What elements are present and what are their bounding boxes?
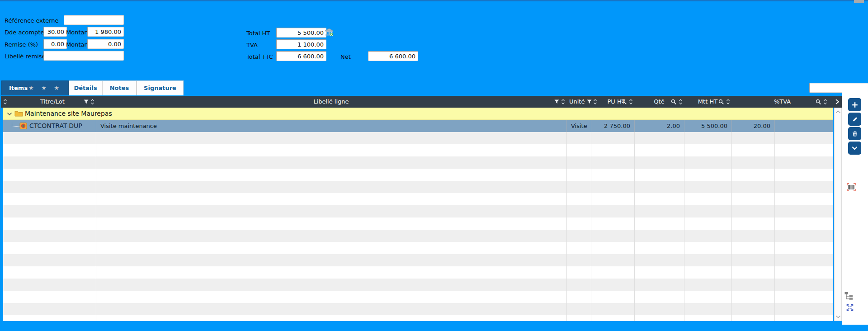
table-empty-row[interactable]: [3, 303, 833, 315]
hierarchy-view-icon[interactable]: [844, 291, 853, 300]
libelle-remise-input[interactable]: [43, 51, 124, 61]
more-actions-button[interactable]: [848, 142, 861, 155]
tab-details[interactable]: Détails: [69, 80, 102, 95]
search-icon[interactable]: [621, 99, 627, 105]
table-empty-row[interactable]: [3, 205, 833, 218]
sort-icon[interactable]: [726, 99, 730, 105]
favorite-stars-icon[interactable]: ★ ★ ★: [28, 81, 62, 95]
group-row-label: Maintenance site Maurepas: [25, 108, 112, 120]
column-header-mtt-ht[interactable]: Mtt HT: [684, 96, 731, 108]
remise-montant-input[interactable]: [87, 39, 124, 49]
edit-line-button[interactable]: [848, 113, 861, 126]
table-empty-row[interactable]: [3, 291, 833, 303]
table-empty-row[interactable]: [3, 218, 833, 230]
barcode-scan-icon[interactable]: [846, 183, 856, 192]
column-header-pu-ht[interactable]: PU HT: [598, 96, 634, 108]
table-empty-row[interactable]: [3, 193, 833, 205]
sort-icon[interactable]: [90, 99, 94, 105]
sort-icon[interactable]: [823, 99, 827, 105]
scroll-columns-right-icon[interactable]: [834, 98, 840, 105]
libelle-remise-label: Libellé remise: [5, 52, 46, 61]
filter-icon[interactable]: [84, 99, 89, 104]
dde-montant-label: Montant: [66, 28, 90, 37]
window-control-fragment: [854, 0, 864, 3]
window-top-edge: [0, 0, 868, 1]
vertical-scrollbar[interactable]: [834, 108, 842, 321]
remise-input[interactable]: [43, 39, 67, 49]
filter-icon[interactable]: [554, 99, 559, 104]
sort-icon[interactable]: [629, 99, 633, 105]
table-empty-row[interactable]: [3, 279, 833, 291]
table-empty-area[interactable]: [3, 132, 833, 321]
cell-qte: 2.00: [634, 120, 684, 132]
column-label: Libellé ligne: [96, 96, 566, 108]
sort-icon[interactable]: [3, 99, 7, 105]
net-input[interactable]: [368, 51, 418, 61]
tva-label: TVA: [246, 41, 258, 50]
total-ht-input[interactable]: [276, 28, 326, 38]
sort-icon[interactable]: [561, 99, 565, 105]
table-group-row[interactable]: Maintenance site Maurepas: [3, 108, 833, 120]
column-label: Titre/Lot: [9, 96, 96, 108]
column-gridline: [774, 132, 775, 321]
column-header-pct-tva[interactable]: %TVA: [731, 96, 833, 108]
table-empty-row[interactable]: [3, 230, 833, 242]
net-label: Net: [340, 52, 351, 61]
cell-pu-ht: 2 750.00: [591, 120, 634, 132]
tab-items-label: Items: [9, 85, 28, 91]
column-header-unite[interactable]: Unité: [566, 96, 598, 108]
sort-icon[interactable]: [593, 99, 597, 105]
table-empty-row[interactable]: [3, 242, 833, 254]
grid-search-input[interactable]: [809, 83, 868, 93]
table-empty-row[interactable]: [3, 254, 833, 266]
table-selected-row[interactable]: CTCONTRAT-DUP Visite maintenance Visite …: [3, 120, 833, 132]
search-icon[interactable]: [816, 99, 821, 105]
tva-input[interactable]: [276, 39, 326, 49]
search-icon[interactable]: [718, 99, 724, 105]
scroll-down-icon[interactable]: [835, 314, 841, 319]
table-empty-row[interactable]: [3, 144, 833, 156]
dde-montant-input[interactable]: [87, 27, 124, 37]
column-header-qte[interactable]: Qté: [634, 96, 684, 108]
table-empty-row[interactable]: [3, 156, 833, 169]
add-line-button[interactable]: [848, 98, 861, 111]
table-empty-row[interactable]: [3, 132, 833, 144]
tab-signature[interactable]: Signature: [137, 80, 184, 95]
cell-mtt-ht: 5 500.00: [684, 120, 731, 132]
tab-notes[interactable]: Notes: [102, 80, 137, 95]
delete-line-button[interactable]: [848, 127, 861, 140]
table-empty-row[interactable]: [3, 315, 833, 321]
search-icon[interactable]: [671, 99, 677, 105]
cell-titre: CTCONTRAT-DUP: [3, 120, 96, 132]
column-gridline: [731, 132, 732, 321]
cell-unite: Visite: [566, 120, 591, 132]
column-gridline: [634, 132, 635, 321]
column-header-expander[interactable]: [1, 96, 9, 108]
app-window: Référence externe Dde acompte (%) Montan…: [0, 0, 868, 331]
reference-externe-input[interactable]: [64, 15, 124, 25]
total-ht-label: Total HT: [246, 29, 270, 38]
table-empty-row[interactable]: [3, 169, 833, 181]
cell-libelle: Visite maintenance: [96, 120, 566, 132]
column-gridline: [684, 132, 684, 321]
column-header-titre-lot[interactable]: Titre/Lot: [9, 96, 96, 108]
tab-items[interactable]: Items ★ ★ ★: [1, 80, 69, 95]
tab-details-label: Détails: [74, 85, 97, 91]
sort-icon[interactable]: [679, 99, 683, 105]
dde-acompte-input[interactable]: [43, 27, 67, 37]
table-empty-row[interactable]: [3, 181, 833, 193]
total-ttc-input[interactable]: [276, 51, 326, 61]
table-empty-row[interactable]: [3, 266, 833, 279]
filter-icon[interactable]: [587, 99, 592, 104]
collapse-chevron-icon[interactable]: [7, 112, 12, 116]
scroll-up-icon[interactable]: [835, 109, 841, 114]
expand-all-icon[interactable]: [846, 303, 854, 312]
total-ttc-label: Total TTC: [246, 52, 273, 61]
reference-externe-label: Référence externe: [5, 16, 59, 25]
column-gridline: [566, 132, 567, 321]
bank-add-icon[interactable]: [324, 28, 334, 37]
column-label: Unité: [569, 96, 585, 108]
column-label: Mtt HT: [684, 96, 731, 108]
column-header-libelle-ligne[interactable]: Libellé ligne: [96, 96, 566, 108]
column-gridline: [591, 132, 591, 321]
